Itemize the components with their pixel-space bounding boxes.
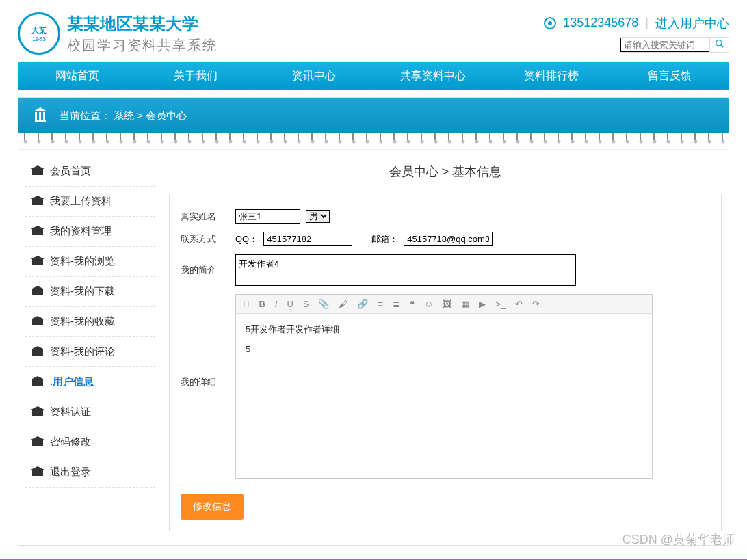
editor-content[interactable]: 5开发作者开发作者详细 5 xyxy=(236,314,652,478)
sidebar-item-favorite[interactable]: 资料-我的收藏 xyxy=(25,307,155,337)
label-email: 邮箱： xyxy=(371,233,398,245)
realname-input[interactable] xyxy=(235,209,300,224)
cap-icon xyxy=(32,198,43,205)
cap-icon xyxy=(32,409,43,416)
brief-textarea[interactable] xyxy=(235,254,576,286)
breadcrumb-member[interactable]: 会员中心 xyxy=(146,109,187,121)
cap-icon xyxy=(32,379,43,386)
cap-icon xyxy=(32,289,43,295)
cap-icon xyxy=(32,439,43,446)
form-panel: 真实姓名 男 联系方式 QQ： 邮箱： xyxy=(169,194,722,531)
qq-input[interactable] xyxy=(263,232,352,246)
sidebar-item-userinfo[interactable]: .用户信息 xyxy=(25,367,155,397)
align-icon[interactable]: ≣ xyxy=(393,299,400,309)
label-realname: 真实姓名 xyxy=(181,209,235,223)
search-button[interactable] xyxy=(709,38,729,52)
sidebar-item-home[interactable]: 会员首页 xyxy=(25,157,155,187)
nav-news[interactable]: 资讯中心 xyxy=(255,62,374,90)
svg-line-1 xyxy=(720,44,723,47)
table-icon[interactable]: ▦ xyxy=(461,299,469,309)
list-icon[interactable]: ≡ xyxy=(378,299,383,309)
italic-icon[interactable]: I xyxy=(275,299,278,309)
text-cursor xyxy=(246,363,246,374)
site-logo: 大某 1983 某某地区某某大学 校园学习资料共享系统 xyxy=(18,12,218,55)
cap-icon xyxy=(32,469,43,476)
cap-icon xyxy=(32,349,43,356)
brush-icon[interactable]: 🖌 xyxy=(339,299,348,309)
heading-icon[interactable]: H xyxy=(243,299,249,309)
undo-icon[interactable]: ↶ xyxy=(515,299,523,309)
submit-button[interactable]: 修改信息 xyxy=(181,494,244,520)
university-seal-icon: 大某 1983 xyxy=(18,12,60,55)
label-brief: 我的简介 xyxy=(181,254,235,276)
cap-icon xyxy=(32,228,43,235)
emoji-icon[interactable]: ☺ xyxy=(424,299,433,309)
cap-icon xyxy=(32,258,43,265)
sidebar-item-download[interactable]: 资料-我的下载 xyxy=(25,277,155,307)
email-input[interactable] xyxy=(404,232,493,246)
breadcrumb-system[interactable]: 系统 xyxy=(114,109,134,121)
sidebar-item-password[interactable]: 密码修改 xyxy=(25,427,155,457)
gender-select[interactable]: 男 xyxy=(306,210,330,223)
quote-icon[interactable]: ❝ xyxy=(410,299,415,309)
sidebar-item-browse[interactable]: 资料-我的浏览 xyxy=(25,247,155,277)
svg-point-0 xyxy=(716,40,721,45)
editor-toolbar: H B I U S 📎 🖌 🔗 ≡ ≣ xyxy=(236,295,652,314)
nav-about[interactable]: 关于我们 xyxy=(136,62,254,90)
main-nav: 网站首页 关于我们 资讯中心 共享资料中心 资料排行榜 留言反馈 xyxy=(18,62,729,90)
code-icon[interactable]: >_ xyxy=(495,299,506,309)
site-title: 某某地区某某大学 xyxy=(67,12,218,36)
site-subtitle: 校园学习资料共享系统 xyxy=(67,36,218,55)
sidebar-item-comment[interactable]: 资料-我的评论 xyxy=(25,337,155,367)
nav-ranking[interactable]: 资料排行榜 xyxy=(492,62,610,90)
attachment-icon[interactable]: 📎 xyxy=(318,299,329,309)
sidebar-item-logout[interactable]: 退出登录 xyxy=(25,457,155,488)
bold-icon[interactable]: B xyxy=(259,299,265,309)
phone-target-icon xyxy=(544,17,556,29)
cap-icon xyxy=(32,168,43,175)
search-box xyxy=(620,37,729,53)
user-center-link[interactable]: 进入用户中心 xyxy=(655,15,729,31)
sidebar-item-manage[interactable]: 我的资料管理 xyxy=(25,217,155,247)
separator: | xyxy=(645,16,648,30)
nav-share-center[interactable]: 共享资料中心 xyxy=(374,62,492,90)
sidebar-item-verify[interactable]: 资料认证 xyxy=(25,397,155,427)
video-icon[interactable]: ▶ xyxy=(479,299,486,309)
nav-home[interactable]: 网站首页 xyxy=(18,62,136,90)
search-input[interactable] xyxy=(620,38,709,52)
redo-icon[interactable]: ↷ xyxy=(532,299,540,309)
search-icon xyxy=(715,39,724,49)
label-detail: 我的详细 xyxy=(181,294,235,388)
rich-editor: H B I U S 📎 🖌 🔗 ≡ ≣ xyxy=(235,294,653,479)
contact-phone: 13512345678 xyxy=(563,16,638,30)
spiral-binding-decoration xyxy=(18,133,729,150)
label-qq: QQ： xyxy=(235,233,258,245)
link-icon[interactable]: 🔗 xyxy=(357,299,368,309)
label-contact: 联系方式 xyxy=(181,232,235,245)
strike-icon[interactable]: S xyxy=(303,299,309,309)
sidebar-item-upload[interactable]: 我要上传资料 xyxy=(25,187,155,217)
cap-icon xyxy=(32,319,43,325)
nav-feedback[interactable]: 留言反馈 xyxy=(611,62,729,90)
page-title: 会员中心 > 基本信息 xyxy=(169,157,722,194)
sidebar: 会员首页 我要上传资料 我的资料管理 资料-我的浏览 资料-我的下载 资料-我的… xyxy=(25,157,155,531)
underline-icon[interactable]: U xyxy=(287,299,293,309)
image-icon[interactable]: 🖼 xyxy=(443,299,451,309)
institution-icon xyxy=(32,107,49,124)
breadcrumb: 当前位置： 系统 > 会员中心 xyxy=(18,98,729,133)
